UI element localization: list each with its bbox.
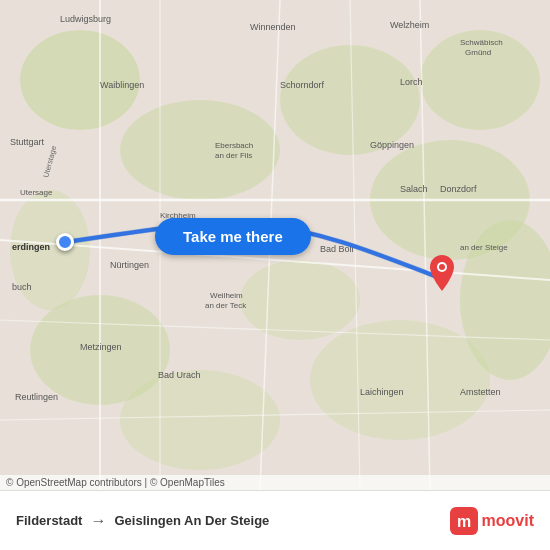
svg-text:Schwäbisch: Schwäbisch: [460, 38, 503, 47]
origin-marker: [56, 233, 74, 251]
svg-text:Nürtingen: Nürtingen: [110, 260, 149, 270]
svg-text:m: m: [456, 513, 470, 530]
svg-text:Donzdorf: Donzdorf: [440, 184, 477, 194]
svg-text:erdingen: erdingen: [12, 242, 50, 252]
footer: Filderstadt → Geislingen An Der Steige m…: [0, 490, 550, 550]
svg-point-8: [120, 370, 280, 470]
svg-text:Ebersbach: Ebersbach: [215, 141, 253, 150]
svg-text:Ludwigsburg: Ludwigsburg: [60, 14, 111, 24]
svg-point-2: [120, 100, 280, 200]
moovit-logo: m moovit: [450, 507, 534, 535]
svg-text:Waiblingen: Waiblingen: [100, 80, 144, 90]
destination-marker: [430, 255, 454, 291]
svg-text:Salach: Salach: [400, 184, 428, 194]
svg-text:Schorndorf: Schorndorf: [280, 80, 325, 90]
footer-route-info: Filderstadt → Geislingen An Der Steige: [16, 512, 269, 530]
svg-text:buch: buch: [12, 282, 32, 292]
svg-text:Amstetten: Amstetten: [460, 387, 501, 397]
svg-point-3: [280, 45, 420, 155]
map-attribution: © OpenStreetMap contributors | © OpenMap…: [0, 475, 550, 490]
svg-text:Bad Urach: Bad Urach: [158, 370, 201, 380]
svg-text:an der Teck: an der Teck: [205, 301, 247, 310]
svg-text:Gmünd: Gmünd: [465, 48, 491, 57]
moovit-brand-text: moovit: [482, 512, 534, 530]
svg-point-6: [240, 260, 360, 340]
svg-text:Utersage: Utersage: [20, 188, 53, 197]
svg-text:Reutlingen: Reutlingen: [15, 392, 58, 402]
footer-destination-label: Geislingen An Der Steige: [114, 513, 269, 528]
moovit-logo-icon: m: [450, 507, 478, 535]
footer-arrow-icon: →: [90, 512, 106, 530]
svg-text:an der Fils: an der Fils: [215, 151, 252, 160]
svg-text:Welzheim: Welzheim: [390, 20, 429, 30]
svg-text:Laichingen: Laichingen: [360, 387, 404, 397]
svg-text:Stuttgart: Stuttgart: [10, 137, 45, 147]
footer-origin-label: Filderstadt: [16, 513, 82, 528]
svg-text:an der Steige: an der Steige: [460, 243, 508, 252]
svg-point-9: [310, 320, 490, 440]
svg-text:Lorch: Lorch: [400, 77, 423, 87]
svg-text:Bad Boll: Bad Boll: [320, 244, 354, 254]
svg-text:Metzingen: Metzingen: [80, 342, 122, 352]
svg-text:Winnenden: Winnenden: [250, 22, 296, 32]
svg-point-52: [439, 264, 445, 270]
svg-text:Göppingen: Göppingen: [370, 140, 414, 150]
map-container: Ludwigsburg Winnenden Welzheim Stuttgart…: [0, 0, 550, 490]
take-me-there-button[interactable]: Take me there: [155, 218, 311, 255]
svg-text:Weilheim: Weilheim: [210, 291, 243, 300]
